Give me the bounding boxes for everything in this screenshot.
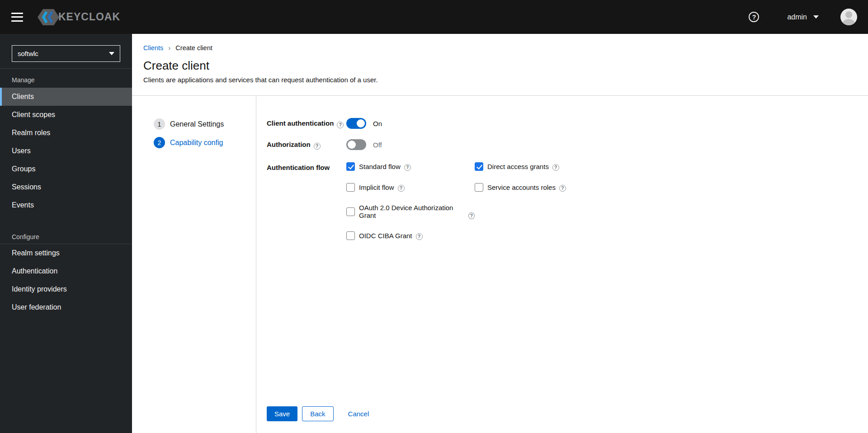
nav-section-configure: Configure Realm settings Authentication … [0,233,132,316]
realm-name: softwlc [18,50,109,57]
checkbox-implicit-flow[interactable]: Implicit flow ? [346,183,475,192]
sidebar-item-realm-roles[interactable]: Realm roles [0,124,132,142]
toggle-state-label: On [373,120,382,127]
client-authentication-label: Client authentication [267,119,334,127]
capability-config-form: Client authentication? On Authorization?… [256,96,868,433]
authentication-flow-label: Authentication flow [267,164,330,171]
sidebar-item-identity-providers[interactable]: Identity providers [0,280,132,298]
wizard-step-capability-config[interactable]: 2 Capability config [154,137,256,148]
client-authentication-toggle[interactable] [346,118,366,129]
checkbox-box[interactable] [346,183,355,192]
toggle-state-label: Off [373,141,382,149]
wizard: 1 General Settings 2 Capability config C… [132,96,868,433]
question-circle-icon[interactable]: ? [552,164,559,171]
checkbox-direct-access-grants[interactable]: Direct access grants ? [475,162,566,171]
checkbox-service-accounts-roles[interactable]: Service accounts roles ? [475,183,566,192]
help-icon[interactable]: ? [749,12,759,22]
step-number-badge: 2 [154,137,165,148]
breadcrumb-current: Create client [175,44,212,52]
nav-section-title: Manage [0,69,132,88]
username-label: admin [787,13,807,21]
question-circle-icon[interactable]: ? [559,185,566,192]
nav-section-title: Configure [0,233,132,244]
form-actions: Save Back Cancel [267,406,369,421]
keycloak-logo-icon [36,8,61,27]
question-circle-icon[interactable]: ? [416,233,423,240]
form-group-authorization: Authorization? Off [267,139,868,150]
question-circle-icon[interactable]: ? [337,122,344,128]
back-button[interactable]: Back [302,406,333,421]
masthead: KEYCLOAK ? admin [0,0,868,34]
sidebar-item-client-scopes[interactable]: Client scopes [0,106,132,124]
checkbox-oauth-device-authorization-grant[interactable]: OAuth 2.0 Device Authorization Grant ? [346,204,475,219]
page-description: Clients are applications and services th… [143,76,868,84]
caret-down-icon [109,52,114,55]
question-circle-icon[interactable]: ? [314,143,321,150]
page-header: Clients › Create client Create client Cl… [132,34,868,96]
form-group-authentication-flow: Authentication flow Standard flow ? Dire… [267,162,868,240]
checkbox-box[interactable] [346,231,355,240]
user-menu[interactable]: admin [787,13,819,21]
cancel-button[interactable]: Cancel [348,406,369,421]
checkbox-box[interactable] [346,207,355,216]
brand-text: KEYCLOAK [58,11,120,23]
sidebar-item-authentication[interactable]: Authentication [0,262,132,280]
main-content: Clients › Create client Create client Cl… [132,34,868,433]
checkbox-standard-flow[interactable]: Standard flow ? [346,162,475,171]
step-number-badge: 1 [154,118,165,130]
authentication-flow-options: Standard flow ? Direct access grants ? I… [346,162,566,240]
checkbox-box[interactable] [475,183,483,192]
keycloak-logo: KEYCLOAK [36,8,120,27]
sidebar-item-groups[interactable]: Groups [0,160,132,178]
authorization-toggle[interactable] [346,139,366,150]
page-title: Create client [143,59,868,73]
sidebar-item-users[interactable]: Users [0,142,132,160]
question-circle-icon[interactable]: ? [404,164,411,171]
sidebar: softwlc Manage Clients Client scopes Rea… [0,34,132,433]
caret-down-icon [813,15,819,19]
authorization-label: Authorization [267,141,311,148]
wizard-step-general-settings[interactable]: 1 General Settings [154,118,256,130]
avatar[interactable] [840,9,857,25]
nav-section-manage: Manage Clients Client scopes Realm roles… [0,69,132,214]
sidebar-item-events[interactable]: Events [0,196,132,214]
breadcrumb-link-clients[interactable]: Clients [143,44,163,52]
hamburger-menu-icon[interactable] [11,13,23,22]
breadcrumb: Clients › Create client [143,44,868,52]
checkbox-box[interactable] [346,162,355,171]
breadcrumb-separator-icon: › [168,44,170,52]
realm-selector[interactable]: softwlc [12,45,120,62]
question-circle-icon[interactable]: ? [398,185,405,192]
sidebar-item-clients[interactable]: Clients [0,88,132,106]
checkbox-oidc-ciba-grant[interactable]: OIDC CIBA Grant ? [346,231,475,240]
masthead-actions: ? admin [749,9,868,25]
sidebar-item-realm-settings[interactable]: Realm settings [0,244,132,262]
save-button[interactable]: Save [267,406,297,421]
sidebar-item-sessions[interactable]: Sessions [0,178,132,196]
form-group-client-authentication: Client authentication? On [267,118,868,129]
question-circle-icon[interactable]: ? [468,212,475,219]
checkbox-box[interactable] [475,162,483,171]
wizard-steps-nav: 1 General Settings 2 Capability config [132,96,256,433]
sidebar-item-user-federation[interactable]: User federation [0,298,132,316]
